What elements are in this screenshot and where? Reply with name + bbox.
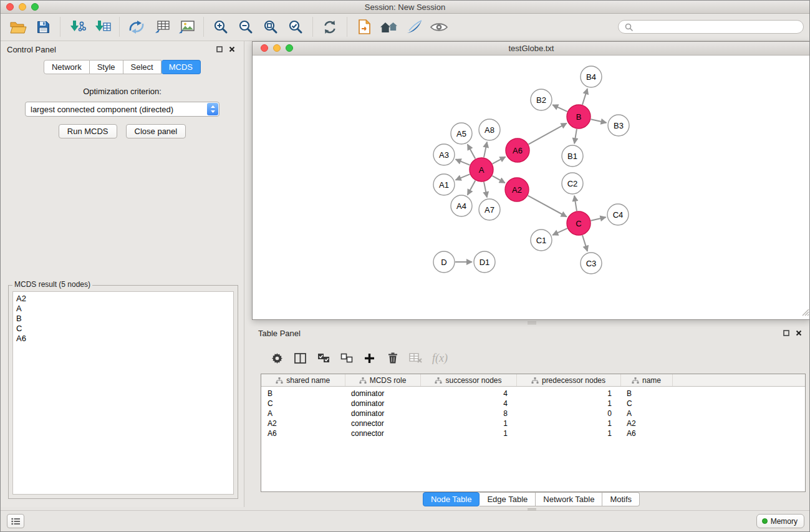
- graph-edge-A-A1[interactable]: [456, 174, 470, 180]
- network-canvas[interactable]: B4B2BB3A5A8A6B1A3AC2A1A2A4A7C4CC1C3DD1: [253, 56, 810, 319]
- table-cell[interactable]: B: [261, 387, 345, 399]
- tab-network-table[interactable]: Network Table: [536, 492, 602, 506]
- table-cell[interactable]: C: [620, 399, 672, 409]
- column-header-successor-nodes[interactable]: successor nodes: [420, 374, 516, 387]
- table-cell[interactable]: 1: [516, 418, 620, 428]
- close-panel-button[interactable]: Close panel: [126, 124, 186, 138]
- table-cell[interactable]: connector: [345, 418, 420, 428]
- table-cell[interactable]: connector: [345, 428, 420, 438]
- tab-mcds[interactable]: MCDS: [162, 60, 201, 74]
- graph-edge-A-A6[interactable]: [493, 157, 506, 163]
- table-cell[interactable]: dominator: [345, 387, 420, 399]
- graph-node-B2[interactable]: B2: [531, 89, 552, 110]
- minimize-window-button[interactable]: [19, 3, 26, 11]
- table-cell[interactable]: B: [620, 387, 672, 399]
- graph-node-A1[interactable]: A1: [433, 174, 455, 195]
- table-cell[interactable]: 8: [420, 409, 516, 418]
- graph-node-A[interactable]: A: [470, 158, 493, 181]
- table-cell[interactable]: 1: [516, 399, 620, 409]
- graph-edge-C-C4[interactable]: [591, 217, 606, 220]
- graph-node-C1[interactable]: C1: [531, 230, 552, 251]
- resize-grip-icon[interactable]: [802, 307, 809, 319]
- graph-node-A5[interactable]: A5: [451, 123, 472, 144]
- zoom-fit-button[interactable]: [259, 15, 282, 39]
- graph-edge-A-A5[interactable]: [468, 145, 476, 159]
- table-cell[interactable]: dominator: [345, 409, 420, 418]
- table-cell[interactable]: 1: [420, 418, 516, 428]
- network-zoom-button[interactable]: [286, 44, 293, 52]
- table-cell[interactable]: 1: [516, 387, 620, 399]
- column-header-predecessor-nodes[interactable]: predecessor nodes: [516, 374, 620, 387]
- graph-edge-A6-B[interactable]: [529, 123, 567, 145]
- graph-edge-B-B3[interactable]: [591, 119, 607, 122]
- graph-edge-B-B4[interactable]: [582, 89, 587, 105]
- graph-node-A8[interactable]: A8: [479, 119, 500, 140]
- mcds-result-item[interactable]: A: [16, 304, 233, 314]
- search-input[interactable]: [636, 22, 797, 32]
- save-button[interactable]: [31, 15, 55, 39]
- mcds-result-item[interactable]: B: [16, 314, 233, 324]
- graph-edge-C-C1[interactable]: [552, 228, 567, 235]
- table-cell[interactable]: A2: [261, 418, 345, 428]
- graph-node-D1[interactable]: D1: [474, 251, 495, 273]
- graph-node-C2[interactable]: C2: [562, 173, 583, 194]
- close-panel-icon[interactable]: [229, 46, 235, 52]
- graph-node-B[interactable]: B: [567, 105, 591, 128]
- deselect-all-button[interactable]: [340, 351, 353, 365]
- table-row[interactable]: A6connector11A6: [261, 428, 805, 438]
- new-column-plus-button[interactable]: [363, 351, 376, 365]
- float-panel-icon[interactable]: [216, 46, 223, 52]
- table-cell[interactable]: 4: [420, 387, 516, 399]
- open-file-button[interactable]: [6, 15, 30, 39]
- graph-edge-C-C2[interactable]: [574, 196, 577, 211]
- table-cell[interactable]: A: [261, 409, 345, 418]
- table-cell[interactable]: 1: [516, 428, 620, 438]
- table-mode-gear-button[interactable]: [271, 351, 284, 365]
- zoom-out-button[interactable]: [234, 15, 258, 39]
- table-cell[interactable]: 1: [420, 428, 516, 438]
- mcds-result-item[interactable]: A6: [16, 334, 233, 344]
- table-row[interactable]: Cdominator41C: [261, 399, 805, 409]
- search-box[interactable]: [618, 20, 804, 34]
- select-all-check-button[interactable]: [317, 351, 330, 365]
- style-brush-button[interactable]: [402, 15, 426, 39]
- tab-style[interactable]: Style: [90, 60, 123, 74]
- new-network-button[interactable]: [125, 15, 148, 39]
- refresh-button[interactable]: [318, 15, 342, 39]
- column-header-name[interactable]: name: [620, 374, 672, 387]
- graph-node-B1[interactable]: B1: [562, 145, 583, 167]
- mcds-result-list[interactable]: A2ABCA6: [12, 291, 234, 495]
- network-minimize-button[interactable]: [273, 44, 281, 52]
- delete-columns-trash-button[interactable]: [386, 351, 399, 365]
- float-table-panel-icon[interactable]: [783, 330, 789, 336]
- tab-motifs[interactable]: Motifs: [602, 492, 640, 506]
- tab-select[interactable]: Select: [123, 60, 162, 74]
- window-titlebar[interactable]: Session: New Session: [1, 1, 809, 14]
- graph-node-A7[interactable]: A7: [479, 199, 500, 220]
- network-graph[interactable]: B4B2BB3A5A8A6B1A3AC2A1A2A4A7C4CC1C3DD1: [253, 56, 809, 319]
- graph-node-A3[interactable]: A3: [433, 144, 455, 165]
- table-row[interactable]: A2connector11A2: [261, 418, 805, 428]
- table-cell[interactable]: 0: [516, 409, 620, 418]
- graph-edge-B-B1[interactable]: [574, 129, 577, 143]
- zoom-window-button[interactable]: [31, 3, 39, 11]
- mcds-result-item[interactable]: C: [16, 324, 233, 334]
- table-cell[interactable]: A6: [261, 428, 345, 438]
- close-table-panel-icon[interactable]: [796, 330, 802, 336]
- network-window-titlebar[interactable]: testGlobe.txt: [253, 42, 810, 56]
- graph-edge-A2-C[interactable]: [528, 196, 567, 217]
- graph-edge-A-A3[interactable]: [456, 159, 470, 165]
- home-button[interactable]: [377, 15, 401, 39]
- open-session-button[interactable]: [352, 15, 376, 39]
- tab-edge-table[interactable]: Edge Table: [480, 492, 536, 506]
- graph-edge-A-A7[interactable]: [484, 182, 487, 198]
- graph-node-C3[interactable]: C3: [581, 253, 602, 274]
- graph-edge-A-A8[interactable]: [484, 142, 487, 158]
- graph-edge-C-C3[interactable]: [582, 235, 587, 251]
- import-network-file-button[interactable]: [65, 15, 89, 39]
- run-mcds-button[interactable]: Run MCDS: [59, 124, 117, 138]
- import-table-file-button[interactable]: [90, 15, 114, 39]
- table-cell[interactable]: A6: [620, 428, 672, 438]
- graph-node-A6[interactable]: A6: [506, 138, 529, 162]
- memory-button[interactable]: Memory: [756, 514, 804, 528]
